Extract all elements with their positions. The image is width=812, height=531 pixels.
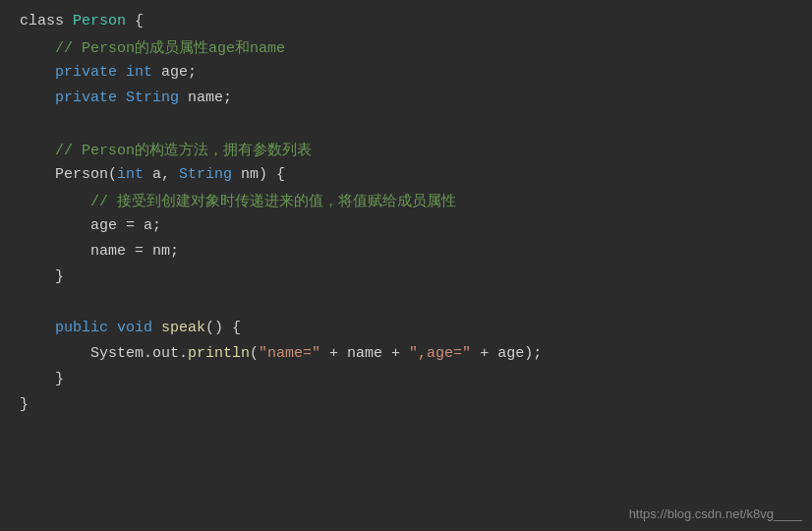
code-text: System.out.println("name=" + name + ",ag… bbox=[0, 345, 542, 362]
code-block: class Person { // Person的成员属性age和name pr… bbox=[0, 12, 812, 421]
code-line: } bbox=[0, 370, 812, 395]
token: String bbox=[179, 166, 232, 183]
code-line bbox=[0, 114, 812, 140]
code-line: age = a; bbox=[0, 216, 812, 242]
token: a, bbox=[144, 166, 179, 183]
code-text: } bbox=[0, 371, 64, 387]
code-line: Person(int a, String nm) { bbox=[0, 165, 812, 191]
token: } bbox=[20, 396, 29, 413]
token: ( bbox=[108, 166, 117, 183]
code-line: } bbox=[0, 395, 812, 421]
code-text: private String name; bbox=[0, 89, 232, 106]
token: speak bbox=[161, 320, 205, 336]
token: // 接受到创建对象时传递进来的值，将值赋给成员属性 bbox=[90, 194, 456, 210]
code-line: // 接受到创建对象时传递进来的值，将值赋给成员属性 bbox=[0, 191, 812, 216]
token: } bbox=[55, 371, 64, 387]
token: + age); bbox=[471, 345, 542, 362]
code-line: System.out.println("name=" + name + ",ag… bbox=[0, 344, 812, 370]
token: public bbox=[55, 320, 108, 336]
token: Person bbox=[55, 166, 108, 183]
token: int bbox=[117, 166, 144, 183]
token: age = a; bbox=[90, 217, 161, 234]
code-text: } bbox=[0, 268, 64, 285]
token: { bbox=[126, 13, 144, 30]
token: "name=" bbox=[259, 345, 320, 362]
token: private bbox=[55, 64, 117, 81]
code-text: class Person { bbox=[0, 13, 144, 30]
token: name; bbox=[188, 89, 232, 106]
token: ",age=" bbox=[409, 345, 471, 362]
token: } bbox=[55, 268, 64, 285]
code-text: // Person的构造方法，拥有参数列表 bbox=[0, 141, 312, 159]
code-text: public void speak() { bbox=[0, 320, 241, 336]
code-text: name = nm; bbox=[0, 243, 179, 260]
watermark: https://blog.csdn.net/k8vg____ bbox=[629, 506, 802, 521]
code-container: class Person { // Person的成员属性age和name pr… bbox=[0, 0, 812, 531]
token: String bbox=[117, 89, 188, 106]
token: // Person的构造方法，拥有参数列表 bbox=[55, 143, 312, 159]
code-line bbox=[0, 293, 812, 319]
token: nm) { bbox=[232, 166, 285, 183]
code-line: private int age; bbox=[0, 63, 812, 88]
token: private bbox=[55, 89, 117, 106]
token: void bbox=[108, 320, 161, 336]
token: name = nm; bbox=[90, 243, 179, 260]
token: ( bbox=[250, 345, 259, 362]
code-line: name = nm; bbox=[0, 242, 812, 267]
code-text: // 接受到创建对象时传递进来的值，将值赋给成员属性 bbox=[0, 192, 456, 210]
code-line: } bbox=[0, 267, 812, 293]
token: System bbox=[90, 345, 144, 362]
token: println bbox=[188, 345, 250, 362]
token: age; bbox=[161, 64, 197, 81]
token: class bbox=[20, 13, 73, 30]
code-text: // Person的成员属性age和name bbox=[0, 38, 285, 57]
code-text: age = a; bbox=[0, 217, 161, 234]
code-line: // Person的成员属性age和name bbox=[0, 37, 812, 63]
token: .out. bbox=[144, 345, 188, 362]
code-line: class Person { bbox=[0, 12, 812, 37]
token: int bbox=[117, 64, 161, 81]
code-line: public void speak() { bbox=[0, 319, 812, 344]
token: // Person的成员属性age和name bbox=[55, 40, 285, 57]
code-text: } bbox=[0, 396, 29, 413]
token: Person bbox=[73, 13, 126, 30]
code-line: // Person的构造方法，拥有参数列表 bbox=[0, 140, 812, 165]
token: + name + bbox=[320, 345, 409, 362]
token: () { bbox=[205, 320, 241, 336]
code-text: Person(int a, String nm) { bbox=[0, 166, 285, 183]
code-line: private String name; bbox=[0, 88, 812, 114]
code-text: private int age; bbox=[0, 64, 197, 81]
